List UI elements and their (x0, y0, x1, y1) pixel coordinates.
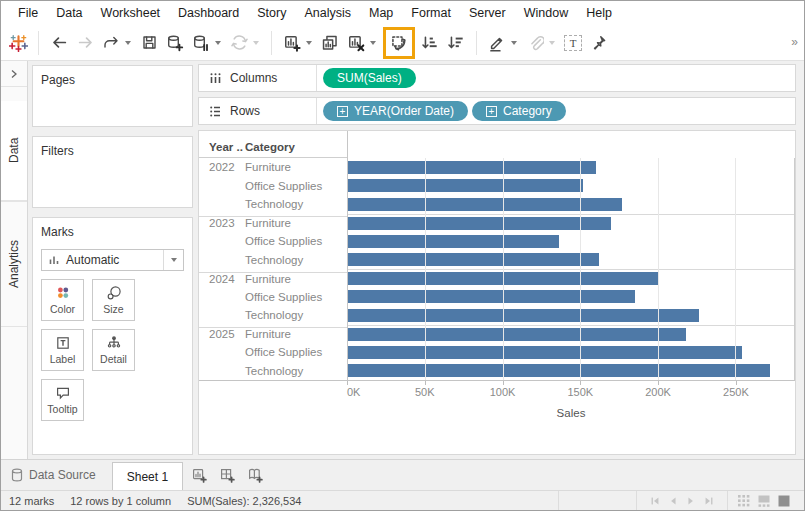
sort-ascending-icon[interactable] (417, 30, 443, 56)
sort-descending-icon[interactable] (443, 30, 469, 56)
category-label[interactable]: Technology (243, 309, 347, 321)
last-page-icon[interactable] (703, 495, 715, 507)
refresh-data-source-icon[interactable] (226, 30, 252, 56)
category-label[interactable]: Office Supplies (243, 291, 347, 303)
new-story-button[interactable] (241, 461, 269, 489)
tab-data[interactable]: Data (1, 101, 27, 201)
size-button[interactable]: Size (92, 279, 135, 321)
highlight-icon[interactable] (484, 30, 510, 56)
tooltip-button[interactable]: Tooltip (41, 379, 84, 421)
menu-item-file[interactable]: File (9, 1, 47, 25)
sheet-view-icon[interactable] (778, 495, 790, 507)
new-dashboard-button[interactable] (213, 461, 241, 489)
filters-shelf[interactable]: Filters (32, 136, 193, 208)
category-label[interactable]: Technology (243, 254, 347, 266)
sales-bar[interactable] (347, 198, 622, 211)
expand-pill-icon[interactable]: + (337, 106, 348, 117)
pause-auto-updates-icon[interactable] (188, 30, 214, 56)
menu-item-dashboard[interactable]: Dashboard (169, 1, 248, 25)
pages-shelf[interactable]: Pages (32, 65, 193, 127)
category-label[interactable]: Technology (243, 198, 347, 210)
chevron-down-icon[interactable] (215, 41, 221, 45)
pill-year-order-date-[interactable]: +YEAR(Order Date) (323, 101, 468, 121)
menu-item-format[interactable]: Format (402, 1, 460, 25)
menu-item-analysis[interactable]: Analysis (295, 1, 360, 25)
menu-item-server[interactable]: Server (460, 1, 515, 25)
year-label[interactable]: 2024 (199, 272, 243, 285)
mark-type-dropdown[interactable]: Automatic (41, 249, 184, 271)
back-icon[interactable] (46, 30, 72, 56)
label-button[interactable]: Label (41, 329, 84, 371)
new-data-source-icon[interactable] (162, 30, 188, 56)
sales-bar[interactable] (347, 179, 583, 192)
category-column-header[interactable]: Category (243, 136, 347, 158)
sales-bar[interactable] (347, 272, 658, 285)
clear-sheet-icon[interactable] (343, 30, 369, 56)
chevron-down-icon[interactable] (253, 41, 259, 45)
toolbar-overflow-icon[interactable]: » (791, 35, 798, 49)
menu-item-help[interactable]: Help (577, 1, 621, 25)
redo-icon[interactable] (98, 30, 124, 56)
category-label[interactable]: Furniture (243, 216, 347, 229)
menu-item-story[interactable]: Story (248, 1, 295, 25)
next-page-icon[interactable] (685, 495, 697, 507)
color-button[interactable]: Color (41, 279, 84, 321)
columns-shelf[interactable]: Columns SUM(Sales) (198, 64, 796, 92)
x-axis-title[interactable]: Sales (347, 403, 795, 419)
category-label[interactable]: Office Supplies (243, 235, 347, 247)
pill-sum-sales-[interactable]: SUM(Sales) (323, 68, 416, 88)
expand-pill-icon[interactable]: + (486, 106, 497, 117)
new-worksheet-button[interactable] (185, 461, 213, 489)
category-label[interactable]: Technology (243, 365, 347, 377)
chevron-down-icon[interactable] (125, 41, 131, 45)
forward-icon[interactable] (72, 30, 98, 56)
chevron-down-icon[interactable] (549, 41, 555, 45)
duplicate-sheet-icon[interactable] (317, 30, 343, 56)
category-label[interactable]: Office Supplies (243, 180, 347, 192)
sales-bar[interactable] (347, 290, 635, 303)
sales-bar[interactable] (347, 217, 611, 230)
rows-shelf[interactable]: Rows +YEAR(Order Date)+Category (198, 97, 796, 125)
menu-item-data[interactable]: Data (47, 1, 91, 25)
sales-bar[interactable] (347, 253, 599, 266)
tab-analytics[interactable]: Analytics (1, 201, 27, 327)
pill-category[interactable]: +Category (472, 101, 566, 121)
detail-button[interactable]: Detail (92, 329, 135, 371)
new-worksheet-icon[interactable] (279, 30, 305, 56)
year-label[interactable]: 2023 (199, 216, 243, 229)
chevron-down-icon[interactable] (511, 41, 517, 45)
previous-page-icon[interactable] (667, 495, 679, 507)
expand-pane-button[interactable] (1, 61, 27, 87)
chevron-down-icon[interactable] (370, 41, 376, 45)
fix-axes-icon[interactable] (586, 30, 612, 56)
category-label[interactable]: Furniture (243, 161, 347, 173)
year-label[interactable]: 2022 (199, 161, 243, 173)
format-attachment-icon[interactable] (522, 30, 548, 56)
category-label[interactable]: Furniture (243, 327, 347, 340)
filmstrip-view-icon[interactable] (758, 495, 770, 507)
chevron-down-icon[interactable] (163, 250, 183, 270)
year-column-header[interactable]: Year .. (199, 136, 243, 158)
grid-view-icon[interactable] (738, 495, 750, 507)
x-axis[interactable]: 0K50K100K150K200K250K (347, 381, 795, 403)
show-mark-labels-icon[interactable]: T (560, 30, 586, 56)
sales-bar[interactable] (347, 235, 559, 248)
tableau-logo-icon[interactable] (5, 30, 31, 56)
first-page-icon[interactable] (649, 495, 661, 507)
year-label[interactable]: 2025 (199, 327, 243, 340)
sales-bar[interactable] (347, 346, 742, 359)
sales-bar[interactable] (347, 309, 699, 322)
sheet-tab-active[interactable]: Sheet 1 (112, 462, 183, 490)
menu-item-map[interactable]: Map (360, 1, 402, 25)
category-label[interactable]: Office Supplies (243, 346, 347, 358)
swap-rows-and-columns-icon[interactable] (386, 30, 412, 56)
menu-item-worksheet[interactable]: Worksheet (92, 1, 170, 25)
save-icon[interactable] (136, 30, 162, 56)
sales-bar[interactable] (347, 161, 596, 174)
category-label[interactable]: Furniture (243, 272, 347, 285)
sales-bar[interactable] (347, 328, 686, 341)
chevron-down-icon[interactable] (306, 41, 312, 45)
data-source-tab[interactable]: Data Source (1, 460, 112, 490)
menu-item-window[interactable]: Window (515, 1, 577, 25)
sales-bar[interactable] (347, 364, 770, 377)
